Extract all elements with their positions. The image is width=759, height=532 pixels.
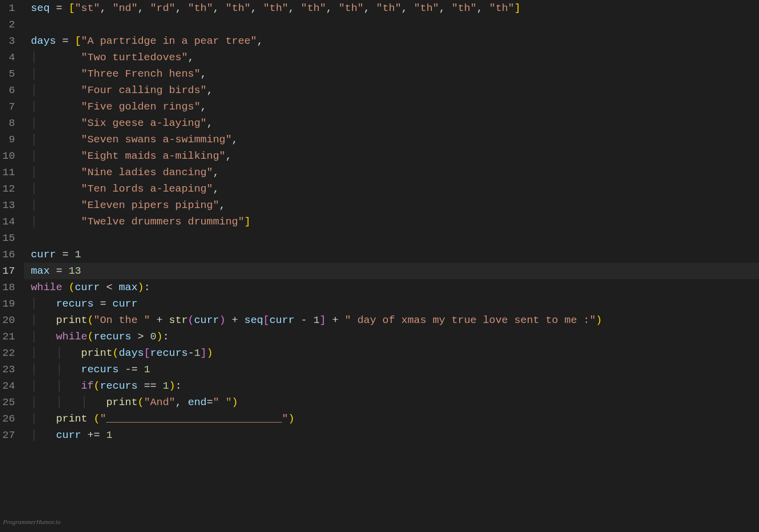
token-str: "th" [489, 0, 514, 16]
token-str: "th" [414, 0, 439, 16]
indent-guide: │ [31, 99, 37, 115]
code-line[interactable]: │ curr += 1 [24, 427, 759, 443]
code-line[interactable]: seq = ["st", "nd", "rd", "th", "th", "th… [24, 0, 759, 16]
token-str: "A partridge in a pear tree" [81, 33, 257, 49]
token-punc: , [175, 394, 188, 411]
line-number: 21 [0, 328, 15, 345]
line-number: 8 [0, 115, 15, 131]
code-line[interactable]: │ │ print(days[recurs-1]) [24, 345, 759, 361]
indent-guide: │ [31, 394, 37, 411]
code-line[interactable]: │ "Three French hens", [24, 66, 759, 82]
line-number: 4 [0, 49, 15, 66]
indent-guide: │ [56, 394, 62, 411]
token-op [62, 279, 69, 296]
token-op: = [94, 296, 113, 312]
token-num: 1 [163, 378, 169, 394]
token-brack: ) [288, 411, 295, 427]
token-var: curr [75, 279, 100, 296]
token-op: = [56, 33, 75, 49]
token-var: curr [113, 296, 137, 312]
code-line[interactable] [24, 16, 759, 33]
token-brack: [ [75, 33, 81, 49]
line-number: 16 [0, 246, 15, 263]
code-line[interactable]: curr = 1 [24, 246, 759, 263]
code-line[interactable]: │ "Six geese a-laying", [24, 115, 759, 131]
token-str: "Six geese a-laying" [81, 115, 207, 131]
code-line[interactable]: │ │ if(recurs == 1): [24, 378, 759, 394]
token-var: recurs [100, 378, 138, 394]
token-str: "Ten lords a-leaping" [81, 181, 213, 197]
token-str: "th" [301, 0, 326, 16]
code-line[interactable]: │ │ recurs -= 1 [24, 361, 759, 378]
token-op: == [137, 378, 162, 394]
token-brack: ( [113, 345, 119, 361]
token-var: days [119, 345, 143, 361]
token-brack: ] [244, 213, 251, 230]
token-op: < [100, 279, 119, 296]
line-number: 5 [0, 66, 15, 82]
indent-guide: │ [56, 378, 62, 394]
token-brack: ] [514, 0, 521, 16]
token-str: "rd" [150, 0, 175, 16]
token-brack: ( [94, 411, 100, 427]
code-line[interactable]: │ "Eleven pipers piping", [24, 197, 759, 213]
code-line[interactable]: │ print ("____________________________") [24, 411, 759, 427]
line-number: 26 [0, 411, 15, 427]
code-line[interactable]: │ while(recurs > 0): [24, 328, 759, 345]
token-punc: , [364, 0, 376, 16]
token-brack: ( [87, 328, 94, 345]
token-num: 1 [75, 246, 81, 263]
indent-guide: │ [31, 197, 37, 213]
token-brack: ( [94, 378, 100, 394]
token-punc: , [213, 0, 226, 16]
token-func: print [106, 394, 137, 411]
code-line[interactable]: │ print("On the " + str(curr) + seq[curr… [24, 312, 759, 328]
token-op: -= [119, 361, 143, 378]
code-line[interactable]: │ "Eight maids a-milking", [24, 148, 759, 164]
code-line[interactable]: max = 13 [24, 263, 759, 279]
indent-guide: │ [31, 328, 37, 345]
indent-guide: │ [31, 148, 37, 164]
token-var: seq [31, 0, 50, 16]
token-punc: , [213, 181, 219, 197]
code-line[interactable]: │ "Four calling birds", [24, 82, 759, 99]
line-number: 3 [0, 33, 15, 49]
code-line[interactable]: days = ["A partridge in a pear tree", [24, 33, 759, 49]
token-str: "Eight maids a-milking" [81, 148, 226, 164]
code-editor[interactable]: 1234567891011121314151617181920212223242… [0, 0, 759, 532]
token-punc: , [401, 0, 414, 16]
code-line[interactable]: │ "Nine ladies dancing", [24, 164, 759, 181]
token-num: 1 [313, 312, 320, 328]
line-number: 10 [0, 148, 15, 164]
code-area[interactable]: seq = ["st", "nd", "rd", "th", "th", "th… [24, 0, 759, 532]
token-str: "Four calling birds" [81, 82, 207, 99]
token-op: > [131, 328, 150, 345]
token-op: + [326, 312, 345, 328]
token-str: "Five golden rings" [81, 99, 200, 115]
token-brack: ) [156, 328, 163, 345]
token-kw: while [56, 328, 87, 345]
token-var: curr [31, 246, 56, 263]
code-line[interactable]: │ "Two turtledoves", [24, 49, 759, 66]
code-line[interactable]: │ "Five golden rings", [24, 99, 759, 115]
token-func: print [56, 312, 87, 328]
token-brack2: ) [219, 312, 226, 328]
code-line[interactable]: │ "Ten lords a-leaping", [24, 181, 759, 197]
indent-guide: │ [31, 115, 37, 131]
code-line[interactable]: while (curr < max): [24, 279, 759, 296]
indent-guide: │ [31, 296, 37, 312]
indent-guide: │ [31, 361, 37, 378]
token-str: "st" [75, 0, 100, 16]
code-line[interactable] [24, 230, 759, 246]
token-str: "And" [144, 394, 175, 411]
code-line[interactable]: │ recurs = curr [24, 296, 759, 312]
line-number: 2 [0, 16, 15, 33]
token-punc: , [188, 49, 194, 66]
token-punc: , [100, 0, 113, 16]
code-line[interactable]: │ "Seven swans a-swimming", [24, 131, 759, 148]
token-var: max [31, 263, 50, 279]
token-op [87, 411, 94, 427]
code-line[interactable]: │ │ │ print("And", end=" ") [24, 394, 759, 411]
indent-guide: │ [31, 66, 37, 82]
code-line[interactable]: │ "Twelve drummers drumming"] [24, 213, 759, 230]
